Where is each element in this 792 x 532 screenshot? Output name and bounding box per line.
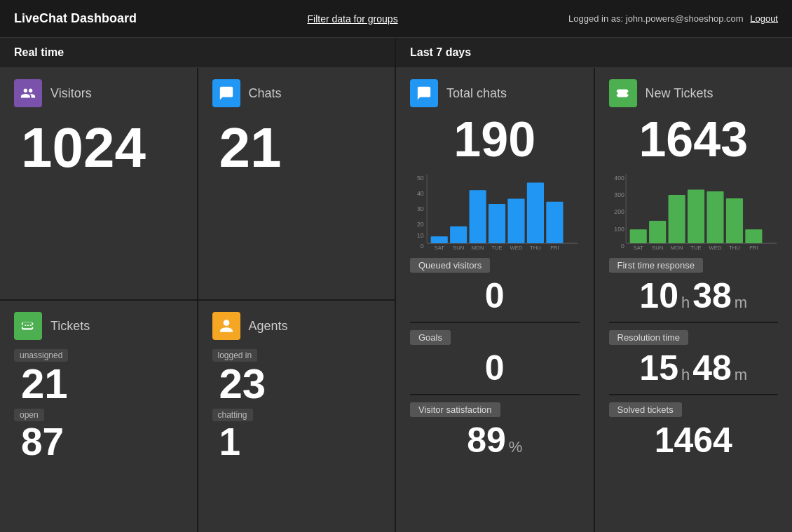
- svg-text:30: 30: [417, 205, 424, 212]
- svg-text:0: 0: [621, 243, 624, 250]
- svg-text:50: 50: [417, 175, 424, 182]
- agents-icon: [212, 312, 240, 340]
- svg-text:200: 200: [614, 208, 624, 215]
- total-chats-label: Total chats: [446, 86, 507, 101]
- tickets-header: Tickets: [14, 312, 183, 340]
- svg-text:MON: MON: [670, 245, 683, 250]
- visitors-widget: Visitors 1024: [0, 68, 197, 299]
- loggedin-value: 23: [219, 363, 381, 405]
- user-section: Logged in as: john.powers@shoeshop.com L…: [568, 13, 778, 24]
- first-time-response-unit-m: m: [735, 294, 747, 312]
- total-chats-widget: Total chats 190 50 40 30 20 10 0: [396, 68, 594, 532]
- realtime-panel: Real time Visitors 1024: [0, 38, 396, 532]
- resolution-time-row: Resolution time 15 h 48 m: [609, 325, 779, 395]
- svg-text:WED: WED: [709, 245, 721, 250]
- first-time-response-label: First time response: [609, 258, 704, 273]
- svg-rect-8: [431, 236, 448, 243]
- svg-text:TUE: TUE: [690, 245, 701, 250]
- agents-widget: Agents logged in 23 chatting 1: [198, 301, 395, 532]
- resolution-time-unit-m: m: [735, 366, 747, 384]
- svg-text:SAT: SAT: [633, 245, 643, 250]
- svg-text:MON: MON: [472, 245, 484, 250]
- svg-rect-32: [687, 190, 704, 244]
- svg-text:THU: THU: [530, 245, 541, 250]
- first-time-response-m: 38: [692, 275, 732, 316]
- solved-tickets-label: Solved tickets: [609, 402, 682, 417]
- new-tickets-value: 1643: [609, 113, 779, 167]
- visitors-value: 1024: [21, 120, 183, 176]
- goals-value: 0: [485, 348, 505, 388]
- svg-text:0: 0: [421, 243, 424, 250]
- first-time-response-value-row: 10 h 38 m: [639, 275, 747, 316]
- visitor-satisfaction-row: Visitor satisfaction 89 %: [410, 397, 580, 466]
- svg-rect-30: [649, 221, 666, 243]
- resolution-time-h: 15: [639, 348, 678, 388]
- svg-text:TUE: TUE: [491, 245, 502, 250]
- svg-text:20: 20: [417, 221, 424, 228]
- svg-rect-35: [745, 229, 762, 243]
- visitor-satisfaction-unit: %: [509, 438, 523, 456]
- visitor-satisfaction-label: Visitor satisfaction: [410, 402, 500, 417]
- new-tickets-icon: [609, 79, 637, 107]
- chats-value: 21: [219, 120, 381, 176]
- last7days-grid: Total chats 190 50 40 30 20 10 0: [396, 68, 792, 532]
- tickets-label: Tickets: [50, 319, 90, 334]
- main-content: Real time Visitors 1024: [0, 38, 792, 532]
- visitors-header: Visitors: [14, 79, 183, 107]
- new-tickets-chart: 400 300 200 100 0: [609, 172, 779, 250]
- svg-rect-13: [527, 182, 544, 243]
- svg-text:300: 300: [614, 191, 624, 198]
- queued-visitors-value: 0: [485, 275, 505, 316]
- visitors-label: Visitors: [50, 86, 92, 101]
- logged-in-text: Logged in as: john.powers@shoeshop.com: [568, 13, 744, 24]
- svg-rect-11: [489, 204, 505, 243]
- last7days-header: Last 7 days: [396, 38, 792, 68]
- svg-rect-14: [546, 202, 563, 243]
- new-tickets-header: New Tickets: [609, 79, 779, 107]
- tickets-icon: [14, 312, 42, 340]
- queued-visitors-label: Queued visitors: [410, 258, 490, 273]
- realtime-grid: Visitors 1024 Chats 21: [0, 68, 395, 532]
- svg-rect-34: [725, 198, 742, 243]
- goals-row: Goals 0: [410, 325, 580, 395]
- svg-text:FRI: FRI: [550, 245, 559, 250]
- last7days-panel: Last 7 days Total chats 190 50: [396, 38, 792, 532]
- filter-link[interactable]: Filter data for groups: [307, 13, 397, 25]
- svg-text:FRI: FRI: [749, 245, 758, 250]
- svg-text:100: 100: [614, 226, 624, 233]
- open-value: 87: [21, 423, 183, 461]
- visitors-icon: [14, 79, 42, 107]
- resolution-time-unit-h: h: [681, 366, 690, 384]
- app-title: LiveChat Dashboard: [14, 11, 137, 26]
- svg-rect-9: [450, 226, 467, 243]
- new-tickets-label: New Tickets: [646, 86, 714, 101]
- svg-rect-33: [706, 191, 723, 243]
- header: LiveChat Dashboard Filter data for group…: [0, 0, 792, 38]
- logout-link[interactable]: Logout: [750, 13, 778, 24]
- svg-text:SUN: SUN: [453, 245, 464, 250]
- solved-tickets-value: 1464: [655, 420, 732, 461]
- resolution-time-value-row: 15 h 48 m: [639, 348, 747, 388]
- visitor-satisfaction-value: 89: [467, 420, 506, 461]
- goals-label: Goals: [410, 330, 451, 345]
- total-chats-header: Total chats: [410, 79, 580, 107]
- chatting-value: 1: [219, 423, 381, 461]
- svg-text:THU: THU: [729, 245, 740, 250]
- total-chats-chart: 50 40 30 20 10 0: [410, 172, 580, 250]
- chats-header: Chats: [212, 79, 381, 107]
- realtime-title: Real time: [14, 46, 64, 58]
- new-tickets-widget: New Tickets 1643 400 300 200 100 0: [595, 68, 793, 532]
- total-chats-value: 190: [410, 113, 580, 167]
- svg-text:40: 40: [417, 190, 424, 197]
- queued-visitors-row: Queued visitors 0: [410, 252, 580, 323]
- svg-text:SUN: SUN: [652, 245, 663, 250]
- resolution-time-m: 48: [692, 348, 732, 388]
- svg-rect-31: [668, 195, 685, 243]
- solved-tickets-row: Solved tickets 1464: [609, 397, 779, 466]
- first-time-response-unit-h: h: [681, 294, 690, 312]
- svg-rect-10: [470, 190, 486, 243]
- chats-icon: [212, 79, 240, 107]
- svg-text:SAT: SAT: [435, 245, 445, 250]
- resolution-time-label: Resolution time: [609, 330, 689, 345]
- first-time-response-h: 10: [639, 275, 678, 316]
